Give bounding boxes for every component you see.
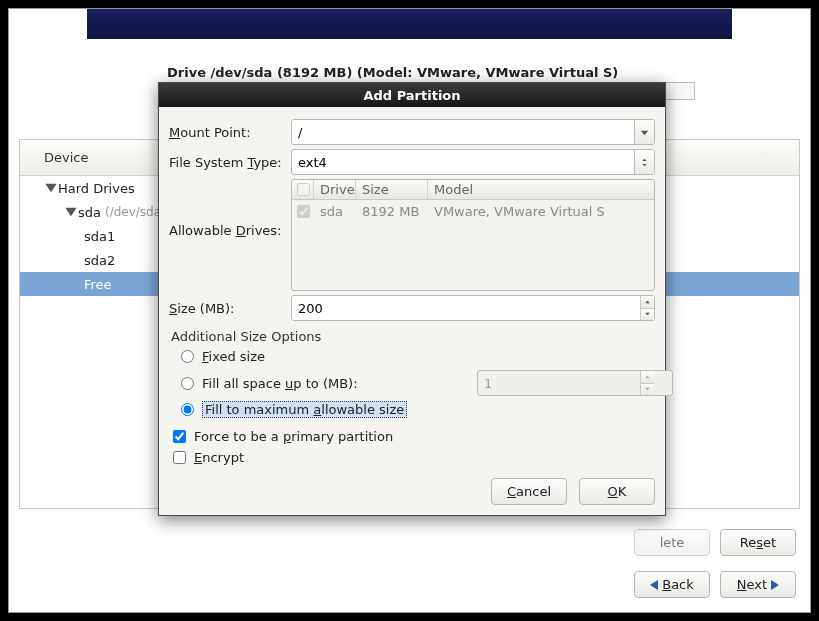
banner: [87, 9, 732, 39]
size-input[interactable]: [291, 295, 655, 321]
cancel-button[interactable]: Cancel: [491, 478, 567, 505]
spin-down-icon[interactable]: [640, 309, 654, 321]
chevron-down-icon[interactable]: [44, 181, 58, 195]
delete-button[interactable]: lete: [634, 529, 710, 556]
col-model[interactable]: Model: [428, 180, 654, 199]
spin-up-icon: [640, 371, 654, 384]
radio-fill-max[interactable]: Fill to maximum allowable size: [169, 399, 655, 420]
tree-col-device[interactable]: Device: [20, 150, 112, 165]
size-options-group: Additional Size Options: [171, 329, 655, 344]
drives-checkall: [297, 183, 310, 196]
allowable-drives-table[interactable]: Drive Size Model sda 8192 MB VMware, VMw…: [291, 179, 655, 291]
mount-point-label: Mount Point:: [169, 125, 283, 140]
mount-point-combo[interactable]: [291, 119, 655, 145]
ok-button[interactable]: OK: [579, 478, 655, 505]
mount-point-input[interactable]: [292, 120, 634, 144]
fs-type-select[interactable]: [291, 149, 655, 175]
drive-row-sda[interactable]: sda 8192 MB VMware, VMware Virtual S: [292, 200, 654, 222]
chevron-down-icon[interactable]: [64, 205, 78, 219]
spin-down-icon: [640, 384, 654, 396]
size-label: Size (MB):: [169, 301, 283, 316]
add-partition-dialog: Add Partition Mount Point: File System T…: [158, 82, 666, 516]
fs-type-value[interactable]: [292, 150, 634, 174]
arrow-left-icon: [650, 580, 658, 590]
reset-button[interactable]: Reset: [720, 529, 796, 556]
check-primary[interactable]: Force to be a primary partition: [169, 426, 655, 447]
next-button[interactable]: Next: [720, 571, 796, 598]
arrow-right-icon: [771, 580, 779, 590]
col-drive[interactable]: Drive: [314, 180, 356, 199]
radio-fill-up-to[interactable]: Fill all space up to (MB):: [169, 367, 655, 399]
spin-up-icon[interactable]: [640, 296, 654, 309]
drive-checkbox: [297, 205, 310, 218]
radio-fixed-size[interactable]: Fixed size: [169, 346, 655, 367]
drive-summary: Drive /dev/sda (8192 MB) (Model: VMware,…: [167, 65, 618, 80]
check-encrypt[interactable]: Encrypt: [169, 447, 655, 468]
col-size[interactable]: Size: [356, 180, 428, 199]
dialog-title: Add Partition: [159, 83, 665, 107]
spinner-icon[interactable]: [634, 150, 654, 174]
chevron-down-icon[interactable]: [634, 120, 654, 144]
allowable-drives-label: Allowable Drives:: [169, 179, 283, 238]
device-path: (/dev/sda): [105, 205, 166, 219]
back-button[interactable]: Back: [634, 571, 710, 598]
fs-type-label: File System Type:: [169, 155, 283, 170]
